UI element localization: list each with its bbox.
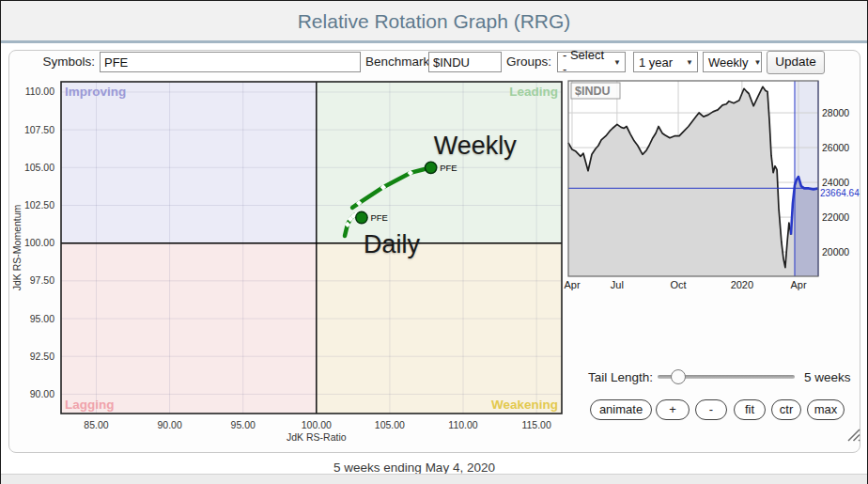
svg-text:102.50: 102.50	[24, 199, 54, 211]
groups-select-value: - Select -	[563, 48, 608, 76]
page-title: Relative Rotation Graph (RRG)	[1, 1, 867, 42]
svg-text:110.00: 110.00	[448, 419, 477, 430]
svg-text:95.00: 95.00	[231, 419, 256, 430]
update-button[interactable]: Update	[767, 51, 825, 74]
svg-text:23664.64: 23664.64	[820, 188, 860, 198]
svg-text:Daily: Daily	[364, 230, 421, 258]
frequency-select-value: Weekly	[708, 55, 748, 70]
zoom-out-button[interactable]: -	[695, 399, 727, 420]
period-select-value: 1 year	[639, 55, 673, 70]
tail-length-value: 5 weeks	[804, 370, 851, 384]
period-select[interactable]: 1 year ▼	[633, 52, 698, 72]
benchmark-label: Benchmark:	[365, 55, 433, 69]
benchmark-chart[interactable]: 200002200024000260002800023664.64AprJulO…	[565, 76, 865, 297]
svg-text:28000: 28000	[822, 107, 849, 118]
bottom-bar	[1, 474, 867, 484]
svg-text:Oct: Oct	[670, 279, 686, 290]
svg-text:PFE: PFE	[370, 212, 387, 223]
tail-length-label: Tail Length:	[588, 370, 653, 384]
svg-text:PFE: PFE	[440, 163, 457, 173]
symbols-label: Symbols:	[39, 55, 95, 69]
zoom-in-button[interactable]: +	[656, 399, 690, 420]
svg-text:107.50: 107.50	[24, 124, 54, 135]
svg-text:90.00: 90.00	[30, 388, 54, 399]
svg-text:Jul: Jul	[611, 279, 624, 290]
app-header: Relative Rotation Graph (RRG)	[1, 1, 867, 40]
chevron-down-icon: ▼	[686, 58, 693, 67]
svg-text:JdK RS-Ratio: JdK RS-Ratio	[287, 431, 347, 443]
svg-text:Lagging: Lagging	[65, 398, 115, 412]
svg-text:Apr: Apr	[564, 279, 580, 290]
svg-text:105.00: 105.00	[375, 419, 405, 430]
groups-label: Groups:	[506, 55, 551, 69]
animate-button[interactable]: animate	[590, 399, 652, 420]
frequency-select[interactable]: Weekly ▼	[703, 52, 762, 72]
svg-text:Apr: Apr	[790, 279, 806, 290]
svg-text:2020: 2020	[731, 279, 753, 290]
app-window: Relative Rotation Graph (RRG) Symbols: B…	[0, 0, 868, 484]
svg-text:$INDU: $INDU	[575, 85, 611, 98]
svg-text:92.50: 92.50	[30, 351, 54, 362]
date-range-caption: 5 weeks ending May 4, 2020	[1, 461, 828, 475]
center-button[interactable]: ctr	[771, 399, 801, 420]
benchmark-input[interactable]	[428, 52, 502, 72]
svg-text:85.00: 85.00	[84, 419, 108, 430]
svg-text:105.00: 105.00	[24, 162, 54, 173]
rrg-chart[interactable]: 85.0090.0095.00100.00105.00110.00115.009…	[10, 76, 574, 452]
maximize-button[interactable]: max	[807, 399, 845, 420]
svg-text:110.00: 110.00	[25, 86, 54, 97]
svg-text:Weekly: Weekly	[434, 132, 518, 160]
svg-text:100.00: 100.00	[302, 419, 332, 430]
svg-text:Improving: Improving	[65, 85, 126, 99]
fit-button[interactable]: fit	[734, 399, 766, 420]
svg-text:115.00: 115.00	[521, 419, 550, 430]
svg-text:95.00: 95.00	[30, 313, 54, 324]
svg-text:22000: 22000	[822, 211, 849, 223]
svg-text:Weakening: Weakening	[491, 398, 558, 412]
svg-text:20000: 20000	[822, 246, 849, 258]
groups-select[interactable]: - Select - ▼	[557, 52, 626, 72]
svg-text:97.50: 97.50	[30, 274, 54, 286]
svg-text:90.00: 90.00	[157, 419, 181, 430]
header-divider	[1, 40, 867, 43]
panel-resize-handle[interactable]	[845, 426, 861, 443]
svg-text:26000: 26000	[822, 142, 849, 153]
symbols-input[interactable]	[100, 52, 361, 72]
svg-text:Leading: Leading	[509, 85, 558, 99]
svg-text:100.00: 100.00	[24, 237, 54, 248]
chevron-down-icon: ▼	[753, 58, 761, 67]
svg-text:24000: 24000	[822, 177, 849, 188]
tail-length-slider-handle[interactable]	[671, 369, 686, 384]
svg-text:JdK RS-Momentum: JdK RS-Momentum	[11, 204, 23, 290]
chevron-down-icon: ▼	[613, 58, 621, 67]
